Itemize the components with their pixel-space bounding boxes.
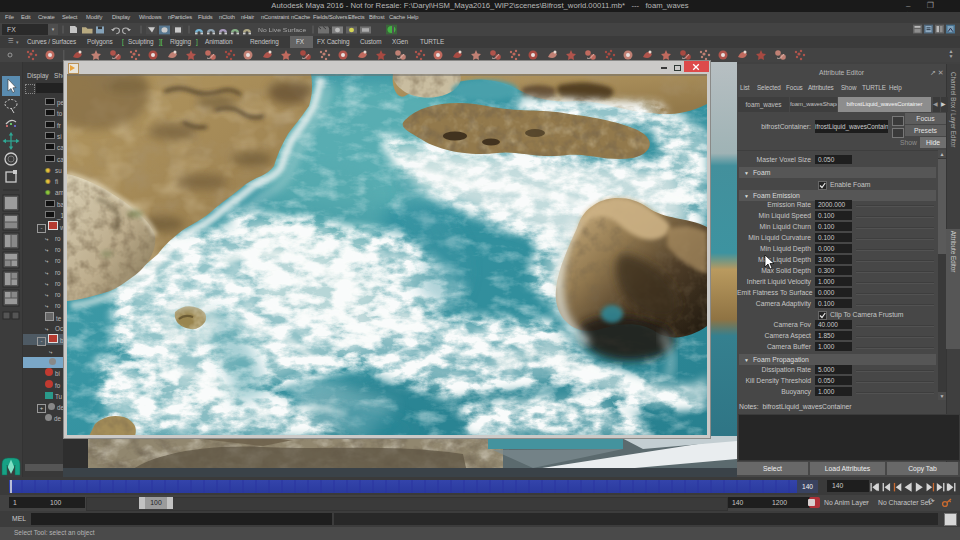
svg-text:No Live Surface: No Live Surface <box>258 27 307 34</box>
